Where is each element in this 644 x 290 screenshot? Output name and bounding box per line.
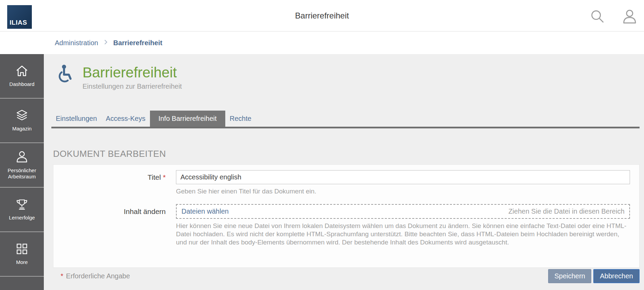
required-note: *Erforderliche Angabe	[61, 272, 130, 280]
page-subtitle: Einstellungen zur Barrierefreiheit	[83, 83, 182, 90]
top-header: ILIAS Barrierefreiheit	[0, 0, 644, 31]
save-button[interactable]: Speichern	[548, 269, 591, 283]
form-footer: *Erforderliche Angabe Speichern Abbreche…	[53, 269, 640, 283]
main-sidebar: Dashboard Magazin Persönlicher Arbeitsra…	[0, 54, 44, 290]
cancel-button[interactable]: Abbrechen	[593, 269, 640, 283]
choose-files-link[interactable]: Dateien wählen	[181, 207, 229, 215]
tab-bar: Einstellungen Access-Keys Info Barrieref…	[51, 111, 640, 128]
tab-einstellungen[interactable]: Einstellungen	[51, 111, 101, 127]
breadcrumb-administration[interactable]: Administration	[55, 39, 98, 47]
header-page-title: Barrierefreiheit	[0, 0, 644, 31]
sidebar-item-more[interactable]: More	[0, 232, 44, 277]
page-title-block: Barrierefreiheit Einstellungen zur Barri…	[56, 64, 182, 90]
title-field-label: Titel *	[53, 173, 176, 181]
sidebar-item-magazin[interactable]: Magazin	[0, 99, 44, 143]
sidebar-item-label: Lernerfolge	[8, 215, 36, 221]
title-field-row: Titel * Geben Sie hier einen Titel für d…	[53, 170, 639, 196]
tab-rechte[interactable]: Rechte	[225, 111, 256, 127]
page-title: Barrierefreiheit	[83, 64, 182, 81]
user-menu-icon[interactable]	[622, 9, 637, 25]
sidebar-item-label: Dashboard	[8, 81, 36, 87]
chevron-right-icon	[104, 39, 108, 47]
tab-info-barrierefreiheit[interactable]: Info Barrierefreiheit	[150, 111, 225, 127]
sidebar-item-label: Magazin	[11, 126, 33, 132]
grid-icon	[16, 243, 28, 256]
section-heading: DOKUMENT BEARBEITEN	[53, 149, 166, 159]
file-dropzone[interactable]: Dateien wählen Ziehen Sie die Datei in d…	[176, 204, 630, 219]
layers-icon	[16, 110, 28, 123]
dropzone-hint: Ziehen Sie die Datei in diesen Bereich	[508, 207, 624, 215]
home-icon	[15, 65, 28, 78]
title-field-help: Geben Sie hier einen Titel für das Dokum…	[176, 187, 630, 196]
sidebar-item-persoenlicher-arbeitsraum[interactable]: Persönlicher Arbeitsraum	[0, 143, 44, 188]
breadcrumb-barrierefreiheit[interactable]: Barrierefreiheit	[113, 39, 162, 47]
main-content: Barrierefreiheit Einstellungen zur Barri…	[44, 54, 644, 290]
edit-document-form-panel: Titel * Geben Sie hier einen Titel für d…	[53, 164, 640, 268]
required-asterisk: *	[163, 173, 166, 181]
content-field-label: Inhalt ändern	[53, 207, 176, 216]
sidebar-item-lernerfolge[interactable]: Lernerfolge	[0, 188, 44, 232]
sidebar-item-dashboard[interactable]: Dashboard	[0, 54, 44, 99]
trophy-icon	[16, 199, 28, 212]
required-asterisk: *	[61, 272, 63, 280]
breadcrumb: Administration Barrierefreiheit	[0, 31, 644, 54]
content-field-help: Hier können Sie eine neue Datei von Ihre…	[176, 222, 630, 247]
sidebar-item-label: Persönlicher Arbeitsraum	[0, 167, 44, 180]
sidebar-item-label: More	[15, 259, 29, 265]
person-icon	[16, 151, 28, 164]
search-icon[interactable]	[590, 9, 605, 25]
tab-access-keys[interactable]: Access-Keys	[101, 111, 150, 127]
title-input[interactable]	[176, 170, 630, 184]
wheelchair-icon	[56, 64, 72, 86]
content-field-row: Inhalt ändern Dateien wählen Ziehen Sie …	[53, 204, 639, 247]
